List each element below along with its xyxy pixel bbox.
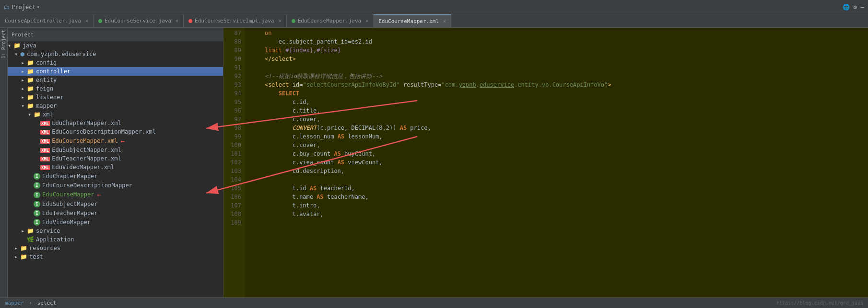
- code-line-101: c.buy_count AS buyCount,: [251, 149, 862, 158]
- tree-item-com[interactable]: ▾⬢com.yzpnb.eduservice: [8, 50, 223, 58]
- sidebar-vertical-label: 1: Project: [0, 28, 8, 297]
- code-line-102: c.view_count AS viewCount,: [251, 158, 862, 167]
- java-interface-icon: I: [34, 200, 40, 207]
- line-num-93: 93: [227, 80, 241, 89]
- tree-item-EduTeacherMapper[interactable]: IEduTeacherMapper: [8, 208, 223, 217]
- folder-icon: 📁: [27, 103, 34, 109]
- tree-arrow: ▸: [21, 85, 27, 92]
- tree-item-entity[interactable]: ▸📁entity: [8, 76, 223, 84]
- status-url: https://blog.csdn.net/grd_java: [776, 300, 863, 306]
- tree-item-java[interactable]: ▾📁java: [8, 41, 223, 50]
- tree-item-EduCourseMapper[interactable]: IEduCourseMapper←: [8, 190, 223, 199]
- tree-item-controller[interactable]: ▸📁controller: [8, 67, 223, 76]
- tree-label: com.yzpnb.eduservice: [27, 51, 96, 57]
- sidebar-title: Project: [12, 32, 34, 38]
- tab-close-icon[interactable]: ×: [443, 19, 446, 24]
- tree-label: config: [36, 59, 57, 66]
- tree-label: EduTeacherMapper: [42, 210, 98, 217]
- tree-item-resources[interactable]: ▸📁resources: [8, 244, 223, 252]
- folder-icon: 📁: [20, 245, 27, 251]
- tree-label: EduVideoMapper: [42, 219, 91, 226]
- code-line-100: c.cover,: [251, 141, 862, 149]
- code-line-95: c.id,: [251, 98, 862, 106]
- editor-content[interactable]: 8788899091929394959697989910010110210310…: [223, 28, 868, 297]
- folder-icon: 📁: [27, 94, 34, 101]
- tree-label: listener: [36, 94, 64, 101]
- tree-item-service[interactable]: ▸📁service: [8, 227, 223, 235]
- tab-tab1[interactable]: CourseApiController.java×: [0, 14, 94, 27]
- tree-arrow: ▸: [21, 68, 27, 75]
- folder-icon: 📁: [27, 59, 34, 66]
- line-num-89: 89: [227, 46, 241, 55]
- tab-close-icon[interactable]: ×: [279, 18, 282, 23]
- tab-close-icon[interactable]: ×: [85, 18, 88, 23]
- tree-arrow: ▸: [21, 228, 27, 234]
- tree-item-EduChapterMapper_xml[interactable]: XMLEduChapterMapper.xml: [8, 119, 223, 127]
- tree-item-listener[interactable]: ▸📁listener: [8, 93, 223, 102]
- tree-item-EduCourseDescriptionMapper_xml[interactable]: XMLEduCourseDescriptionMapper.xml: [8, 127, 223, 136]
- line-num-88: 88: [227, 37, 241, 46]
- code-line-88: ec.subject_parent_id=es2.id: [251, 37, 862, 46]
- tree-label: mapper: [36, 103, 57, 109]
- tree-arrow: ▸: [21, 94, 27, 101]
- line-num-100: 100: [227, 141, 241, 149]
- tree-item-feign[interactable]: ▸📁feign: [8, 84, 223, 93]
- line-num-95: 95: [227, 98, 241, 106]
- breadcrumb-mapper: mapper: [5, 300, 24, 306]
- tree-item-config[interactable]: ▸📁config: [8, 58, 223, 67]
- tree-item-EduCourseMapper_xml[interactable]: XMLEduCourseMapper.xml←: [8, 136, 223, 146]
- tree-item-EduTeacherMapper_xml[interactable]: XMLEduTeacherMapper.xml: [8, 154, 223, 163]
- toolbar-icons: 🌐 ⚙ —: [843, 4, 864, 11]
- tree-item-xml[interactable]: ▾📁xml: [8, 110, 223, 119]
- tree-item-mapper[interactable]: ▾📁mapper: [8, 102, 223, 110]
- tab-close-icon[interactable]: ×: [176, 18, 178, 23]
- project-title: Project: [12, 4, 36, 11]
- line-num-101: 101: [227, 149, 241, 158]
- tree-item-test[interactable]: ▸📁test: [8, 252, 223, 261]
- tree-item-Application[interactable]: 🌿Application: [8, 235, 223, 244]
- folder-icon: 📁: [13, 42, 21, 49]
- breadcrumb: mapper › select: [5, 300, 56, 306]
- tree-item-EduCourseDescriptionMapper[interactable]: IEduCourseDescriptionMapper: [8, 181, 223, 190]
- spring-icon: 🌿: [27, 236, 34, 243]
- tree-arrow: ▾: [21, 103, 27, 109]
- tree-item-EduVideoMapper[interactable]: IEduVideoMapper: [8, 217, 223, 227]
- globe-icon[interactable]: 🌐: [843, 4, 850, 11]
- tree-item-EduChapterMapper[interactable]: IEduChapterMapper: [8, 171, 223, 181]
- line-num-104: 104: [227, 175, 241, 184]
- tab-label: EduCourseMapper.xml: [378, 18, 439, 24]
- tree-arrow: ▸: [21, 77, 27, 83]
- tree-item-EduSubjectMapper[interactable]: IEduSubjectMapper: [8, 199, 223, 208]
- tree-label: EduCourseMapper.xml: [52, 137, 117, 144]
- tab-dot: [98, 19, 102, 23]
- folder-icon: 📁: [34, 111, 41, 118]
- code-line-109: [251, 218, 862, 227]
- java-interface-icon: I: [34, 182, 40, 189]
- tree-item-EduSubjectMapper_xml[interactable]: XMLEduSubjectMapper.xml: [8, 146, 223, 154]
- code-line-98: CONVERT(c.price, DECIMAL(8,2)) AS price,: [251, 124, 862, 132]
- code-line-87: on: [251, 29, 862, 37]
- project-dropdown[interactable]: ▾: [37, 4, 40, 10]
- minimize-icon[interactable]: —: [861, 4, 864, 11]
- tree-item-EduVideoMapper_xml[interactable]: XMLEduVideoMapper.xml: [8, 163, 223, 171]
- tab-tab4[interactable]: EduCourseMapper.java×: [287, 14, 374, 27]
- tab-tab5[interactable]: EduCourseMapper.xml×: [374, 14, 451, 27]
- tree-label: EduChapterMapper: [42, 173, 98, 180]
- java-interface-icon: I: [34, 209, 40, 217]
- line-num-109: 109: [227, 218, 241, 227]
- tab-close-icon[interactable]: ×: [365, 18, 368, 23]
- settings-icon[interactable]: ⚙: [854, 4, 857, 11]
- tree-label: Application: [36, 236, 74, 243]
- tree-label: EduSubjectMapper.xml: [52, 147, 121, 153]
- line-num-107: 107: [227, 201, 241, 210]
- code-line-107: t.intro,: [251, 201, 862, 210]
- tab-tab2[interactable]: EduCourseService.java×: [94, 14, 184, 27]
- line-num-92: 92: [227, 72, 241, 80]
- line-num-94: 94: [227, 89, 241, 98]
- java-interface-green-icon: I: [34, 191, 40, 198]
- breadcrumb-select: select: [37, 300, 57, 306]
- line-num-103: 103: [227, 167, 241, 175]
- sidebar-tree[interactable]: ▾📁java▾⬢com.yzpnb.eduservice▸📁config▸📁co…: [8, 41, 223, 297]
- folder-icon: 📁: [20, 253, 27, 260]
- tab-tab3[interactable]: EduCourseServiceImpl.java×: [184, 14, 287, 27]
